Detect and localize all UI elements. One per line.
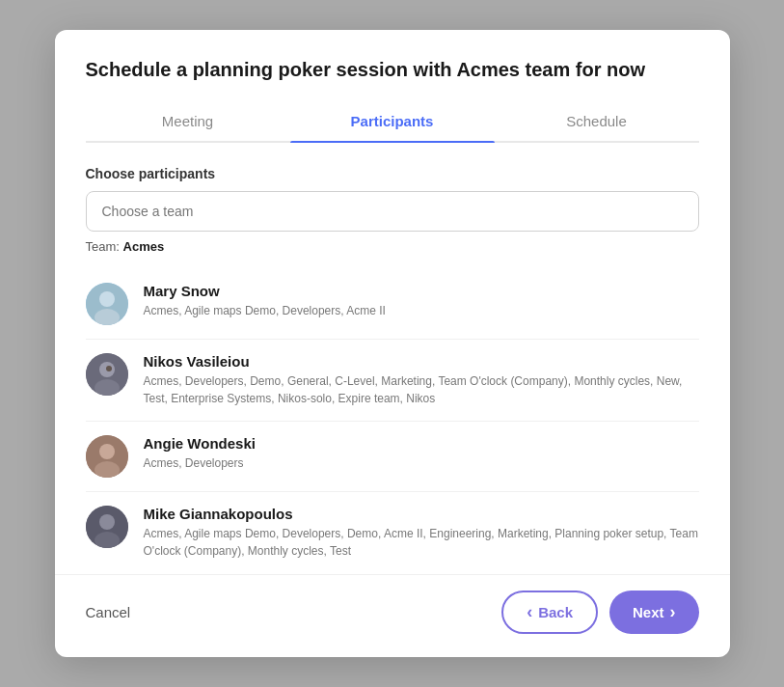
avatar: [86, 506, 128, 548]
modal-dialog: Schedule a planning poker session with A…: [55, 30, 730, 657]
participant-name: Mary Snow: [144, 283, 699, 299]
participant-name: Angie Wondeski: [144, 435, 699, 452]
tab-schedule[interactable]: Schedule: [495, 101, 699, 141]
participant-item: Mike Giannakopoulos Acmes, Agile maps De…: [86, 492, 699, 573]
tab-participants[interactable]: Participants: [290, 101, 495, 141]
modal-header: Schedule a planning poker session with A…: [55, 30, 730, 143]
participant-info: Nikos Vasileiou Acmes, Developers, Demo,…: [144, 353, 699, 407]
back-button[interactable]: Back: [501, 591, 598, 634]
section-label: Choose participants: [86, 166, 699, 181]
participant-teams: Acmes, Developers, Demo, General, C-Leve…: [144, 372, 699, 407]
participant-teams: Acmes, Agile maps Demo, Developers, Demo…: [144, 525, 699, 560]
cancel-button[interactable]: Cancel: [86, 604, 131, 620]
team-label: Team: Acmes: [86, 239, 699, 254]
tab-meeting[interactable]: Meeting: [86, 101, 290, 141]
participant-item: Nikos Vasileiou Acmes, Developers, Demo,…: [86, 340, 699, 422]
modal-body: Choose participants Team: Acmes Mar: [55, 143, 730, 574]
svg-point-6: [106, 366, 112, 371]
avatar: [86, 353, 128, 396]
participant-list: Mary Snow Acmes, Agile maps Demo, Develo…: [86, 269, 699, 573]
participant-item: Angie Wondeski Acmes, Developers: [86, 422, 699, 492]
participant-info: Mary Snow Acmes, Agile maps Demo, Develo…: [144, 283, 699, 319]
svg-point-1: [99, 291, 115, 307]
participant-name: Nikos Vasileiou: [144, 353, 699, 370]
modal-footer: Cancel Back Next: [55, 574, 730, 657]
avatar: [86, 435, 128, 478]
participant-info: Mike Giannakopoulos Acmes, Agile maps De…: [144, 506, 699, 560]
tab-bar: Meeting Participants Schedule: [86, 101, 699, 143]
participant-item: Mary Snow Acmes, Agile maps Demo, Develo…: [86, 269, 699, 340]
participant-teams: Acmes, Developers: [144, 454, 699, 472]
team-search-input[interactable]: [86, 191, 699, 232]
participant-teams: Acmes, Agile maps Demo, Developers, Acme…: [144, 302, 699, 319]
participant-info: Angie Wondeski Acmes, Developers: [144, 435, 699, 472]
footer-actions: Back Next: [501, 591, 698, 634]
chevron-left-icon: [527, 602, 532, 622]
svg-point-8: [99, 444, 115, 459]
next-button[interactable]: Next: [609, 591, 699, 634]
chevron-right-icon: [670, 602, 676, 622]
modal-title: Schedule a planning poker session with A…: [86, 57, 699, 82]
svg-point-11: [99, 514, 115, 530]
participant-name: Mike Giannakopoulos: [144, 506, 699, 522]
avatar: [86, 283, 128, 325]
